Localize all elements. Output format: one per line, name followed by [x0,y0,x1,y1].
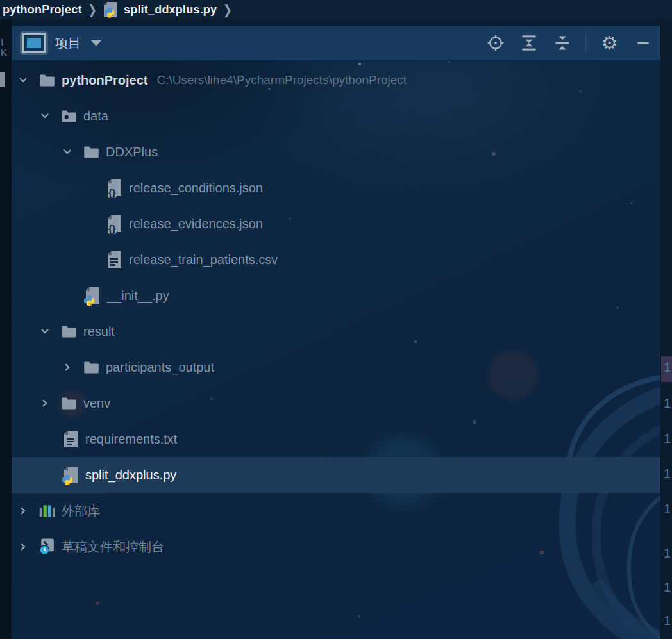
folder-icon [83,359,100,376]
tree-item-label: result [83,324,115,339]
line-number: 1 [664,467,672,481]
view-dropdown-icon[interactable] [91,40,101,46]
breadcrumb: pythonProject ❯ split_ddxplus.py ❯ [0,0,672,19]
tree-item-label: participants_output [106,360,214,375]
folder-icon [38,72,56,89]
libraries-icon [38,502,56,520]
line-number: 1 [664,431,672,446]
json-file-icon: {} [106,179,123,197]
tree-item-init-py[interactable]: __init__.py [12,278,660,313]
project-path: C:\Users\lihe4\PycharmProjects\pythonPro… [156,73,407,87]
tree-item-label: release_train_patients.csv [129,253,278,267]
tree-item-label: requirements.txt [85,432,177,447]
tree-item-label: 外部库 [62,502,100,520]
tree-item-external-libraries[interactable]: 外部库 [12,493,660,529]
editor-gutter-strip: 1 1 1 1 1 1 1 1 [660,19,672,639]
line-number: 1 [664,546,672,561]
line-number: 1 [664,360,672,375]
python-file-icon [62,467,80,484]
chevron-down-icon[interactable] [38,325,51,338]
tree-item-label: DDXPlus [106,145,158,160]
json-file-icon: {} [106,215,123,233]
package-folder-icon [60,108,78,125]
panel-toolbar: ⚙ [485,32,653,54]
tree-item-label: 草稿文件和控制台 [62,538,164,556]
breadcrumb-separator-icon: ❯ [88,2,97,17]
tree-item-split_ddxplus-py[interactable]: split_ddxplus.py [12,457,660,493]
hide-panel-icon[interactable] [633,33,653,53]
settings-gear-icon[interactable]: ⚙ [600,33,619,53]
python-file-icon [103,2,117,17]
tree-item-label: data [83,109,108,124]
python-file-icon [84,287,101,304]
tree-item-pythonProject[interactable]: pythonProject C:\Users\lihe4\PycharmProj… [12,62,660,98]
line-number: 1 [664,396,672,411]
chevron-right-icon[interactable] [38,397,51,410]
project-tree: pythonProject C:\Users\lihe4\PycharmProj… [12,62,660,565]
project-panel-header: 项目 [12,26,660,61]
chevron-down-icon[interactable] [17,74,29,87]
expand-all-icon[interactable] [519,33,539,53]
left-toolwindow-bar: IK [0,19,12,639]
clipped-toolwindow-icon [0,72,5,87]
tree-item-participants_output[interactable]: participants_output [12,349,660,385]
folder-icon [60,395,78,412]
text-file-icon [62,431,80,448]
tree-item-label: venv [83,396,110,411]
breadcrumb-separator-icon: ❯ [223,2,231,17]
tree-item-label: release_conditions.json [129,181,263,195]
line-number: 1 [664,613,672,628]
tree-item-label: release_evidences.json [129,217,263,231]
tree-item-release_conditions-json[interactable]: {} release_conditions.json [12,170,660,206]
chevron-right-icon[interactable] [61,361,74,374]
tree-item-DDXPlus[interactable]: DDXPlus [12,134,660,170]
tree-item-label: split_ddxplus.py [85,468,176,483]
tree-item-label: pythonProject [62,73,147,88]
line-number: 1 [664,580,672,595]
scratches-consoles-icon [38,538,56,556]
breadcrumb-file[interactable]: split_ddxplus.py [124,3,217,17]
tree-item-release_evidences-json[interactable]: {} release_evidences.json [12,206,660,242]
tree-item-release_train_patients-csv[interactable]: release_train_patients.csv [12,242,660,278]
collapse-all-icon[interactable] [552,33,572,53]
project-toolwindow-icon[interactable] [22,33,46,53]
clipped-toolwindow-label: IK [1,37,7,58]
toolbar-separator [585,32,586,54]
window-gap-strip [0,19,672,26]
tree-item-scratches-and-consoles[interactable]: 草稿文件和控制台 [12,529,660,565]
text-file-icon [106,251,123,269]
tree-item-data[interactable]: data [12,98,660,134]
chevron-right-icon[interactable] [17,504,29,517]
chevron-down-icon[interactable] [61,145,74,158]
chevron-down-icon[interactable] [38,110,51,122]
folder-icon [60,323,78,340]
tree-item-requirements-txt[interactable]: requirements.txt [12,421,660,457]
folder-icon [83,144,100,161]
panel-title: 项目 [55,35,81,52]
tree-item-venv[interactable]: venv [12,385,660,421]
tree-item-result[interactable]: result [12,313,660,349]
line-number: 1 [664,502,672,517]
tree-item-label: __init__.py [107,288,169,303]
breadcrumb-project[interactable]: pythonProject [3,3,82,17]
locate-file-icon[interactable] [485,33,505,53]
project-toolwindow: 项目 [12,26,660,639]
chevron-right-icon[interactable] [17,540,29,553]
